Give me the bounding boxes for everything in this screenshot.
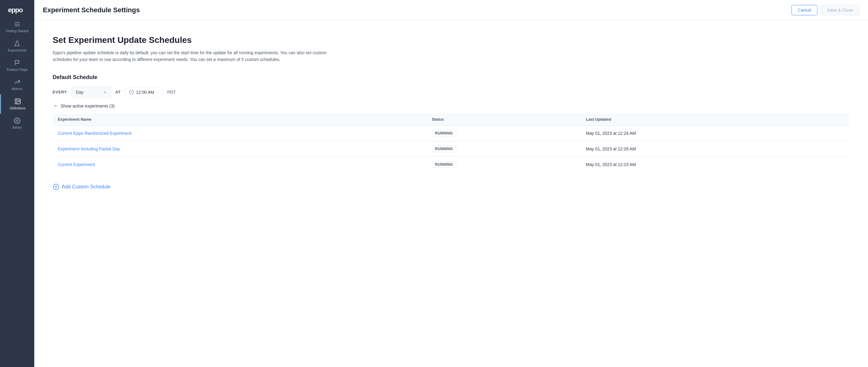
last-updated-cell: May 01, 2023 at 12:23 AM xyxy=(581,157,849,172)
sidebar-item-definitions-label: Definitions xyxy=(10,106,25,110)
time-input[interactable] xyxy=(136,90,159,95)
col-last-updated: Last Updated xyxy=(581,113,849,125)
svg-point-8 xyxy=(16,120,18,122)
header: Experiment Schedule Settings Cancel Save… xyxy=(34,0,868,21)
sidebar-item-getting-started[interactable]: Getting Started xyxy=(0,17,34,36)
every-label: EVERY xyxy=(53,90,67,94)
chart-icon xyxy=(14,79,21,85)
experiment-name-cell: Current Eppo Randomized Experiment xyxy=(53,125,427,141)
plus-circle-icon xyxy=(53,184,59,190)
gear-icon xyxy=(14,117,21,124)
section-description: Eppo's pipeline update schedule is daily… xyxy=(53,49,328,63)
add-custom-schedule-label: Add Custom Schedule xyxy=(62,184,111,190)
sidebar-item-experiments-label: Experiments xyxy=(8,48,26,52)
save-close-button[interactable]: Save & Close xyxy=(820,5,860,15)
col-experiment-name: Experiment Name xyxy=(53,113,427,125)
experiment-name-cell: Current Experiment xyxy=(53,157,427,172)
header-actions: Cancel Save & Close xyxy=(792,5,860,15)
timezone-label: PDT xyxy=(167,90,176,95)
main-content: Experiment Schedule Settings Cancel Save… xyxy=(34,0,868,367)
section-main-title: Set Experiment Update Schedules xyxy=(53,35,850,45)
sidebar-item-admin-label: Admin xyxy=(12,125,22,129)
svg-rect-4 xyxy=(15,99,20,104)
add-custom-schedule-button[interactable]: Add Custom Schedule xyxy=(53,184,850,190)
table-row: Current Experiment RUNNING May 01, 2023 … xyxy=(53,157,850,172)
sidebar-item-definitions[interactable]: Definitions xyxy=(0,94,34,114)
frequency-select[interactable]: Day Week Month xyxy=(71,87,111,98)
sidebar-item-experiments[interactable]: Experiments xyxy=(0,36,34,56)
schedule-row: EVERY Day Week Month AT PDT xyxy=(53,87,850,98)
page-title: Experiment Schedule Settings xyxy=(43,6,140,14)
frequency-select-wrapper: Day Week Month xyxy=(71,87,111,98)
experiment-link[interactable]: Experiment Including Partial Day xyxy=(58,146,120,151)
status-badge: RUNNING xyxy=(432,161,457,168)
status-cell: RUNNING xyxy=(427,125,581,141)
book-icon xyxy=(14,98,21,105)
last-updated-cell: May 01, 2023 at 12:29 AM xyxy=(581,141,849,157)
table-row: Current Eppo Randomized Experiment RUNNI… xyxy=(53,125,850,141)
experiment-link[interactable]: Current Eppo Randomized Experiment xyxy=(58,131,131,136)
table-header: Experiment Name Status Last Updated xyxy=(53,113,850,125)
cancel-button[interactable]: Cancel xyxy=(792,5,818,15)
list-icon xyxy=(14,21,21,28)
status-cell: RUNNING xyxy=(427,157,581,172)
flask-icon xyxy=(14,40,21,47)
status-badge: RUNNING xyxy=(432,145,457,152)
show-active-experiments-toggle[interactable]: Show active experiments (3) xyxy=(53,103,850,109)
experiments-table: Experiment Name Status Last Updated Curr… xyxy=(53,113,850,172)
flag-icon xyxy=(14,59,21,66)
sidebar-item-metrics-label: Metrics xyxy=(12,87,22,91)
sidebar-item-feature-flags[interactable]: Feature Flags xyxy=(0,56,34,75)
sidebar: eppo Getting Started Experiments Feature… xyxy=(0,0,34,367)
sidebar-item-admin[interactable]: Admin xyxy=(0,114,34,133)
status-cell: RUNNING xyxy=(427,141,581,157)
table-row: Experiment Including Partial Day RUNNING… xyxy=(53,141,850,157)
last-updated-cell: May 01, 2023 at 12:24 AM xyxy=(581,125,849,141)
table-body: Current Eppo Randomized Experiment RUNNI… xyxy=(53,125,850,172)
status-badge: RUNNING xyxy=(432,130,457,137)
at-label: AT xyxy=(115,90,121,94)
clock-icon xyxy=(129,90,134,95)
default-schedule-title: Default Schedule xyxy=(53,74,850,81)
content-area: Set Experiment Update Schedules Eppo's p… xyxy=(34,21,868,367)
time-input-wrapper xyxy=(125,87,163,97)
experiment-name-cell: Experiment Including Partial Day xyxy=(53,141,427,157)
sidebar-item-metrics[interactable]: Metrics xyxy=(0,75,34,94)
chevron-up-icon xyxy=(53,103,58,109)
sidebar-item-feature-flags-label: Feature Flags xyxy=(7,68,28,72)
show-active-experiments-label: Show active experiments (3) xyxy=(61,104,115,108)
eppo-logo: eppo xyxy=(0,0,34,17)
sidebar-item-getting-started-label: Getting Started xyxy=(6,29,28,33)
svg-text:eppo: eppo xyxy=(8,6,23,14)
experiment-link[interactable]: Current Experiment xyxy=(58,162,95,167)
col-status: Status xyxy=(427,113,581,125)
